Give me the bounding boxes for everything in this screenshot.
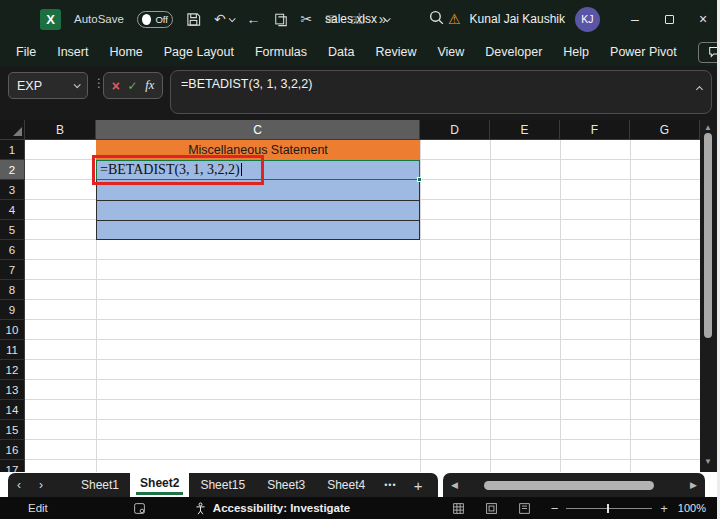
- vertical-scrollbar[interactable]: ▲ ▼: [700, 120, 717, 472]
- page-layout-view-icon[interactable]: [485, 502, 498, 515]
- zoom-slider-thumb[interactable]: [607, 504, 609, 513]
- minimize-button[interactable]: –: [618, 0, 652, 38]
- statusbar-right: − + 100%: [452, 501, 720, 516]
- name-box[interactable]: EXP: [8, 72, 88, 99]
- row-headers: 1 2 3 4 5 6 7 8 9 10 11 12 13 14 15 16 1…: [0, 140, 25, 472]
- row-header-15[interactable]: 15: [0, 420, 25, 440]
- formula-text: =BETADIST(3, 1, 3,2,2): [181, 77, 312, 91]
- horizontal-scrollbar[interactable]: ◀ ▶: [443, 473, 705, 497]
- status-bar: Edit Accessibility: Investigate: [0, 497, 720, 519]
- accessibility-status[interactable]: Accessibility: Investigate: [194, 502, 350, 515]
- previous-sheet-icon[interactable]: ‹: [8, 478, 30, 492]
- save-icon[interactable]: [186, 12, 201, 27]
- macro-record-icon[interactable]: [133, 502, 146, 515]
- cell-border: [97, 220, 419, 221]
- tab-sheet1[interactable]: Sheet1: [70, 473, 130, 497]
- normal-view-icon[interactable]: [452, 502, 465, 515]
- row-header-16[interactable]: 16: [0, 440, 25, 460]
- row-header-11[interactable]: 11: [0, 340, 25, 360]
- tab-sheet3[interactable]: Sheet3: [256, 473, 316, 497]
- maximize-button[interactable]: [652, 0, 686, 38]
- column-headers: B C D E F G: [0, 120, 717, 140]
- filename-label: sales.xlsx: [325, 12, 377, 26]
- back-arrow-icon[interactable]: ←: [247, 12, 261, 26]
- user-avatar[interactable]: KJ: [575, 7, 600, 32]
- zoom-slider[interactable]: [566, 508, 652, 509]
- tab-view[interactable]: View: [437, 45, 464, 59]
- scroll-right-icon[interactable]: ▶: [682, 480, 705, 490]
- more-sheets-icon[interactable]: •••: [376, 480, 404, 490]
- row-header-1[interactable]: 1: [0, 140, 25, 160]
- scroll-left-icon[interactable]: ◀: [443, 480, 466, 490]
- cancel-entry-icon[interactable]: ×: [112, 78, 120, 94]
- tab-page-layout[interactable]: Page Layout: [164, 45, 234, 59]
- row-header-12[interactable]: 12: [0, 360, 25, 380]
- tab-data[interactable]: Data: [328, 45, 354, 59]
- tab-formulas[interactable]: Formulas: [255, 45, 307, 59]
- horizontal-scrollbar-thumb[interactable]: [484, 481, 654, 490]
- select-all-button[interactable]: [0, 120, 25, 140]
- column-header-g[interactable]: G: [630, 120, 700, 140]
- cell-area[interactable]: Miscellaneous Statement =BETADIST(3, 1, …: [25, 140, 700, 472]
- column-header-b[interactable]: B: [25, 120, 96, 140]
- row-header-3[interactable]: 3: [0, 180, 25, 200]
- row-header-5[interactable]: 5: [0, 220, 25, 240]
- accessibility-label: Accessibility: Investigate: [213, 502, 350, 514]
- spreadsheet-grid: B C D E F G 1 2 3 4 5 6 7 8 9 10 11 12 1…: [0, 120, 720, 472]
- page-break-view-icon[interactable]: [518, 502, 531, 515]
- fill-handle[interactable]: [417, 177, 422, 182]
- undo-button[interactable]: ↶: [214, 12, 234, 26]
- active-tab-underline: [136, 492, 183, 495]
- titlebar-right: ⚠ Kunal Jai Kaushik KJ – ×: [448, 0, 720, 38]
- cut-icon[interactable]: ✂: [301, 12, 313, 26]
- row-header-4[interactable]: 4: [0, 200, 25, 220]
- autosave-label: AutoSave: [74, 13, 124, 25]
- column-header-c[interactable]: C: [96, 120, 420, 140]
- collapse-formula-bar-icon[interactable]: [697, 78, 702, 96]
- tab-power-pivot[interactable]: Power Pivot: [610, 45, 677, 59]
- scroll-down-icon[interactable]: ▼: [704, 457, 712, 466]
- autosave-toggle[interactable]: Off: [137, 11, 173, 28]
- tab-developer[interactable]: Developer: [485, 45, 542, 59]
- row-header-9[interactable]: 9: [0, 300, 25, 320]
- tab-file[interactable]: File: [16, 45, 36, 59]
- row-header-7[interactable]: 7: [0, 260, 25, 280]
- scroll-up-icon[interactable]: ▲: [704, 123, 712, 132]
- row-header-8[interactable]: 8: [0, 280, 25, 300]
- vertical-scrollbar-thumb[interactable]: [704, 133, 712, 338]
- tab-sheet2-active[interactable]: Sheet2: [130, 470, 189, 497]
- tab-sheet4[interactable]: Sheet4: [316, 473, 376, 497]
- zoom-in-icon[interactable]: +: [660, 501, 668, 516]
- copy-icon[interactable]: [274, 12, 288, 27]
- row-header-6[interactable]: 6: [0, 240, 25, 260]
- close-button[interactable]: ×: [686, 0, 720, 38]
- row-header-17[interactable]: 17: [0, 460, 25, 472]
- document-title[interactable]: sales.xlsx: [325, 0, 389, 38]
- ribbon-tab-bar: File Insert Home Page Layout Formulas Da…: [0, 38, 720, 66]
- insert-function-icon[interactable]: fx: [145, 78, 154, 93]
- formula-input[interactable]: =BETADIST(3, 1, 3,2,2): [170, 70, 712, 114]
- cell-mode-indicator: Edit: [28, 502, 48, 514]
- tab-home[interactable]: Home: [109, 45, 142, 59]
- add-sheet-icon[interactable]: +: [405, 477, 432, 494]
- row-header-2[interactable]: 2: [0, 160, 25, 180]
- zoom-level[interactable]: 100%: [678, 502, 706, 514]
- enter-entry-icon[interactable]: ✓: [128, 79, 138, 93]
- tab-insert[interactable]: Insert: [57, 45, 88, 59]
- tab-review[interactable]: Review: [375, 45, 416, 59]
- warning-icon[interactable]: ⚠: [448, 11, 461, 27]
- cell-border: [97, 200, 419, 201]
- zoom-out-icon[interactable]: −: [551, 501, 559, 516]
- next-sheet-icon[interactable]: ›: [30, 478, 52, 492]
- tab-sheet15[interactable]: Sheet15: [189, 473, 256, 497]
- gridline: [490, 140, 491, 472]
- row-header-14[interactable]: 14: [0, 400, 25, 420]
- column-header-f[interactable]: F: [560, 120, 630, 140]
- column-header-e[interactable]: E: [490, 120, 560, 140]
- search-icon[interactable]: [428, 9, 445, 30]
- column-header-d[interactable]: D: [420, 120, 490, 140]
- excel-logo-icon: X: [40, 9, 61, 30]
- tab-help[interactable]: Help: [563, 45, 589, 59]
- row-header-13[interactable]: 13: [0, 380, 25, 400]
- row-header-10[interactable]: 10: [0, 320, 25, 340]
